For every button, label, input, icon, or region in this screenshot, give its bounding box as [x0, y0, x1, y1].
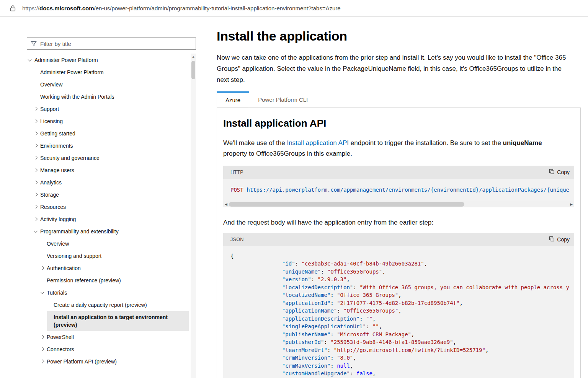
sidebar-item[interactable]: Overview	[0, 78, 196, 91]
json-code-body: { "id": "ce3bab3c-ada1-40cf-b84b-49b2660…	[223, 246, 574, 378]
copy-button-label: Copy	[557, 236, 570, 243]
sidebar-item[interactable]: PowerShell	[0, 331, 196, 343]
code-line: "id": "ce3bab3c-ada1-40cf-b84b-49b26603a…	[230, 260, 574, 268]
sidebar-item-label: Overview	[40, 81, 62, 88]
sidebar-item-label: Security and governance	[40, 155, 100, 161]
tab-power-platform-cli[interactable]: Power Platform CLI	[249, 91, 317, 108]
code-line: "applicationId": "2f17f077-4175-4d82-b82…	[230, 299, 574, 307]
json-code-block: JSON Copy { "id": "ce3	[223, 233, 574, 378]
api-paragraph: We'll make use of the Install applicatio…	[223, 138, 560, 159]
sidebar-item-label: PowerShell	[47, 334, 74, 340]
sidebar-item[interactable]: Tutorials	[0, 287, 196, 299]
toc-filter-box[interactable]	[27, 37, 196, 50]
sidebar-item[interactable]: Security and governance	[0, 152, 196, 164]
sidebar-item[interactable]: Environments	[0, 140, 196, 152]
sidebar-item[interactable]: Programmability and extensibility	[0, 225, 196, 238]
url-text[interactable]: https://docs.microsoft.com/en-us/power-p…	[22, 5, 341, 11]
copy-button-label: Copy	[557, 169, 570, 175]
sidebar-item[interactable]: Power Platform API (preview)	[0, 355, 196, 368]
json-code-header: JSON Copy	[223, 233, 574, 246]
sidebar-item-label: Overview	[47, 241, 69, 247]
filter-input[interactable]	[40, 41, 192, 47]
code-line: "applicationDescription": "",	[230, 315, 574, 323]
sidebar-scrollbar-thumb[interactable]	[191, 61, 195, 79]
sidebar-item-label: Getting started	[40, 130, 75, 137]
code-line: "localizedDescription": "With Office 365…	[230, 284, 574, 292]
sidebar-scrollbar[interactable]: ▲	[191, 54, 196, 378]
chevron-right-icon	[41, 266, 44, 270]
page-title: Install the application	[217, 28, 581, 44]
code-language-label: JSON	[230, 237, 244, 242]
chevron-right-icon	[41, 335, 44, 339]
code-line: "localizedName": "Office 365 Groups",	[230, 291, 574, 299]
sidebar-item[interactable]: Authentication	[0, 262, 196, 274]
url-path: /en-us/power-platform/admin/programmabil…	[94, 5, 341, 11]
lock-icon	[10, 5, 16, 11]
chevron-right-icon	[34, 119, 38, 123]
sidebar-item-label: Licensing	[40, 118, 63, 124]
sidebar-item[interactable]: Administer Power Platform	[0, 54, 196, 66]
code-line: "singlePageApplicationUrl": "",	[230, 323, 574, 331]
sidebar-item[interactable]: Storage	[0, 189, 196, 201]
sidebar-item[interactable]: Create a daily capacity report (preview)	[0, 299, 196, 311]
json-copy-button[interactable]: Copy	[549, 236, 570, 243]
tab-azure-label: Azure	[225, 97, 240, 103]
url-scheme: https://	[22, 5, 39, 11]
api-paragraph-text: endpoint to trigger the installation. Be…	[349, 139, 503, 147]
install-application-api-link[interactable]: Install application API	[287, 139, 349, 147]
unique-name-emphasis: uniqueName	[503, 139, 542, 147]
code-line: "crmMinversion": "8.0",	[230, 354, 574, 362]
code-line: "publisherId": "255953fd-9ab8-4146-bfa1-…	[230, 338, 574, 346]
sidebar-item[interactable]: Resources	[0, 201, 196, 213]
sidebar-item-label: Create a daily capacity report (preview)	[54, 302, 147, 308]
sidebar-item-selected[interactable]: Install an application to a target envir…	[47, 311, 189, 331]
chevron-right-icon	[34, 193, 38, 197]
api-paragraph-text: property to Office365Groups in this exam…	[223, 150, 352, 157]
chevron-right-icon	[34, 168, 38, 172]
sidebar-item-label: Storage	[40, 192, 59, 198]
page-body: Administer Power PlatformAdminister Powe…	[0, 17, 588, 378]
sidebar-item[interactable]: Working with the Admin Portals	[0, 91, 196, 103]
sidebar-item-label: Manage users	[40, 167, 74, 173]
sidebar-item[interactable]: Getting started	[0, 127, 196, 140]
sidebar-item[interactable]: Manage users	[0, 164, 196, 176]
api-paragraph-text: We'll make use of the	[223, 139, 287, 147]
http-scrollbar-thumb[interactable]	[229, 202, 464, 207]
scroll-left-arrow-icon[interactable]: ◀	[225, 201, 227, 207]
code-line: "customHandleUpgrade": false,	[230, 370, 574, 378]
browser-address-bar[interactable]: https://docs.microsoft.com/en-us/power-p…	[0, 0, 588, 17]
http-horizontal-scrollbar[interactable]: ◀ ▶	[223, 201, 574, 207]
code-language-label: HTTP	[230, 169, 243, 175]
sidebar: Administer Power PlatformAdminister Powe…	[0, 17, 196, 378]
copy-icon	[549, 236, 555, 243]
screen: https://docs.microsoft.com/en-us/power-p…	[0, 0, 588, 378]
chevron-right-icon	[34, 217, 38, 221]
sidebar-item[interactable]: Activity logging	[0, 213, 196, 225]
http-code-header: HTTP Copy	[223, 166, 574, 179]
sidebar-item-label: Activity logging	[40, 216, 76, 222]
code-line: {	[230, 252, 574, 260]
http-copy-button[interactable]: Copy	[549, 169, 570, 176]
sidebar-item[interactable]: Support	[0, 103, 196, 115]
scroll-up-arrow-icon[interactable]: ▲	[191, 54, 196, 60]
sidebar-item[interactable]: Analytics	[0, 176, 196, 189]
sidebar-item[interactable]: Overview	[0, 238, 196, 250]
sidebar-item[interactable]: Connectors	[0, 343, 196, 355]
sidebar-item-label: Permission reference (preview)	[47, 277, 121, 284]
chevron-right-icon	[34, 132, 38, 135]
sidebar-item-label: Administer Power Platform	[40, 69, 104, 75]
sidebar-item[interactable]: Administer Power Platform	[0, 66, 196, 78]
sidebar-item-label: Working with the Admin Portals	[40, 94, 114, 100]
http-code-body: POST https://api.powerplatform.com/appma…	[223, 179, 574, 201]
scroll-right-arrow-icon[interactable]: ▶	[570, 201, 573, 207]
chevron-down-icon	[41, 290, 44, 294]
code-line: "version": "2.9.0.3",	[230, 275, 574, 284]
sidebar-item[interactable]: Versioning and support	[0, 250, 196, 262]
chevron-right-icon	[34, 107, 38, 111]
article-content: Install the application Now we can take …	[217, 17, 581, 378]
tab-azure[interactable]: Azure	[217, 91, 249, 108]
code-line: "publisherName": "Microsoft CRM Package"…	[230, 331, 574, 339]
sidebar-item[interactable]: Licensing	[0, 115, 196, 127]
sidebar-item[interactable]: Permission reference (preview)	[0, 274, 196, 287]
intro-paragraph: Now we can take one of the applications …	[217, 52, 571, 85]
